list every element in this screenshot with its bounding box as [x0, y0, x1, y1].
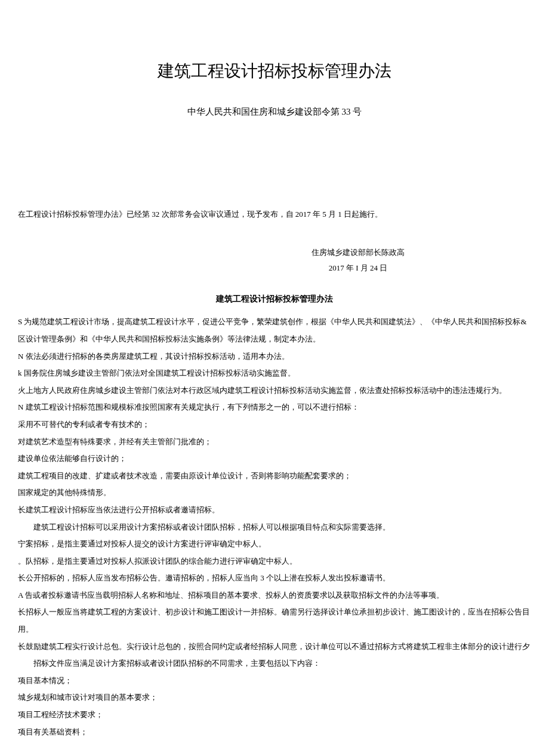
- body-paragraph: 长建筑工程设计招标应当依法进行公开招标或者邀请招标。: [18, 502, 531, 519]
- body-paragraph: N 依法必须进行招标的各类房屋建筑工程，其设计招标投标活动，适用本办法。: [18, 348, 531, 365]
- body-paragraph: A 告或者投标邀请书应当载明招标人名称和地址、招标项目的基本要求、投标人的资质要…: [18, 587, 531, 604]
- body-paragraph: 项目有关基础资料；: [18, 724, 531, 741]
- body-paragraph: 建筑工程设计招标可以采用设计方案招标或者设计团队招标，招标人可以根据项目特点和实…: [18, 519, 531, 536]
- body-paragraph: 火上地方人民政府住房城乡建设主管部门依法对本行政区域内建筑工程设计招标投标活动实…: [18, 382, 531, 399]
- body-paragraph: 。队招标，是指主要通过对投标人拟派设计团队的综合能力进行评审确定中标人。: [18, 553, 531, 570]
- body-paragraph: 长公开招标的，招标人应当发布招标公告。邀请招标的，招标人应当向 3 个以上潜在投…: [18, 570, 531, 587]
- body-paragraph: S 为规范建筑工程设计市场，提高建筑工程设计水平，促进公平竞争，繁荣建筑创作，根…: [18, 314, 531, 348]
- signature-date: 2017 年 I 月 24 日: [185, 260, 531, 276]
- document-body: S 为规范建筑工程设计市场，提高建筑工程设计水平，促进公平竞争，繁荣建筑创作，根…: [18, 314, 531, 740]
- body-paragraph: 建筑工程项目的改建、扩建或者技术改造，需要由原设计单位设计，否则将影响功能配套要…: [18, 468, 531, 485]
- body-paragraph: 长招标人一般应当将建筑工程的方案设计、初步设计和施工图设计一并招标。确需另行选择…: [18, 604, 531, 638]
- signature-name: 住房城乡建设部部长陈政高: [185, 245, 531, 260]
- intro-paragraph: 在工程设计招标投标管理办法》已经第 32 次部常务会议审议通过，现予发布，自 2…: [18, 207, 531, 221]
- body-paragraph: 宁案招标，是指主要通过对投标人提交的设计方案进行评审确定中标人。: [18, 536, 531, 553]
- document-sub-title: 中华人民共和国住房和城乡建设部令第 33 号: [18, 106, 531, 118]
- body-paragraph: 采用不可替代的专利或者专有技术的；: [18, 416, 531, 434]
- body-paragraph: 招标文件应当满足设计方案招标或者设计团队招标的不同需求，主要包括以下内容：: [18, 655, 531, 672]
- body-paragraph: 城乡规划和城市设计对项目的基本要求；: [18, 689, 531, 706]
- body-paragraph: 国家规定的其他特殊情形。: [18, 484, 531, 502]
- body-section-title: 建筑工程设计招标投标管理办法: [18, 294, 531, 305]
- body-paragraph: 长鼓励建筑工程实行设计总包。实行设计总包的，按照合同约定或者经招标人同意，设计单…: [18, 638, 531, 656]
- document-main-title: 建筑工程设计招标投标管理办法: [18, 60, 531, 82]
- body-paragraph: k 国务院住房城乡建设主管部门依法对全国建筑工程设计招标投标活动实施监督。: [18, 365, 531, 382]
- body-paragraph: 建设单位依法能够自行设计的；: [18, 450, 531, 468]
- body-paragraph: N 建筑工程设计招标范围和规模标准按照国家有关规定执行，有下列情形之一的，可以不…: [18, 399, 531, 416]
- body-paragraph: 项目工程经济技术要求；: [18, 706, 531, 724]
- body-paragraph: 项目基本情况；: [18, 672, 531, 690]
- body-paragraph: 对建筑艺术造型有特殊要求，并经有关主管部门批准的；: [18, 434, 531, 451]
- signature-block: 住房城乡建设部部长陈政高 2017 年 I 月 24 日: [18, 245, 531, 276]
